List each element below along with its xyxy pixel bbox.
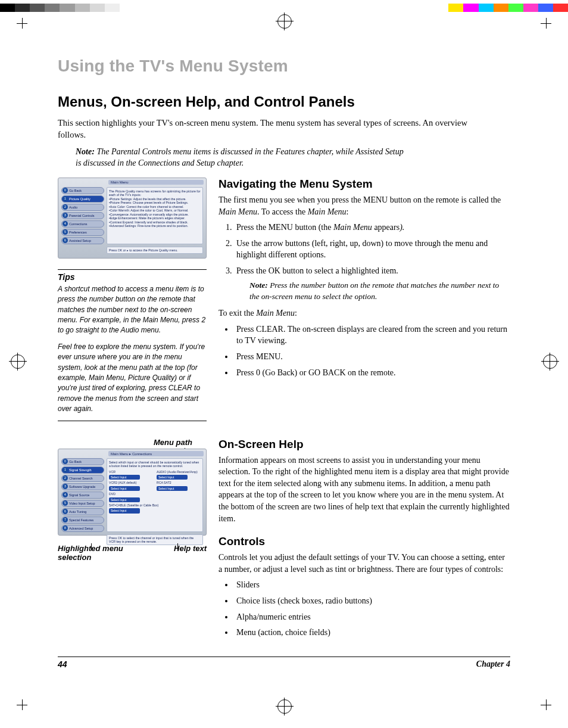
list-item: Alpha/numeric entries xyxy=(234,611,510,623)
menu-breadcrumb: Main Menu xyxy=(108,180,204,185)
registration-mark xyxy=(11,354,25,369)
figure-caption-menu-path: Menu path xyxy=(58,438,207,447)
page-footer: 44 Chapter 4 xyxy=(58,657,510,669)
list-item: Use the arrow buttons (left, right, up, … xyxy=(234,238,510,261)
figure-caption-help-text: Help text xyxy=(153,544,207,562)
bullet-list: Press CLEAR. The on-screen displays are … xyxy=(219,323,510,378)
list-item: Press the MENU button (the Main Menu app… xyxy=(234,222,510,234)
main-menu-screenshot: Main Menu 0Go Back1Picture Quality2Audio… xyxy=(58,178,207,259)
menu-item: 1Picture Quality xyxy=(61,195,104,203)
note-text: The Parental Controls menu items is disc… xyxy=(76,147,404,167)
figure-caption-highlighted: Highlighted menu selection xyxy=(58,544,147,562)
menu-footer-help: Press OK to select the channel or input … xyxy=(107,534,203,545)
chapter-heading: Using the TV's Menu System xyxy=(58,57,510,76)
crop-mark xyxy=(541,18,551,29)
menu-item: 4Connections xyxy=(61,220,104,228)
printer-color-bar xyxy=(0,4,568,12)
menu-item: 3Software Upgrade xyxy=(61,483,104,490)
list-item: Menu (action, choice fields) xyxy=(234,627,510,639)
registration-mark xyxy=(277,14,292,29)
bullet-list: SlidersChoice lists (check boxes, radio … xyxy=(219,579,510,638)
menu-item: 6Assisted Setup xyxy=(61,237,104,244)
section-heading: On-Screen Help xyxy=(219,438,510,451)
note-label: Note: xyxy=(76,147,95,156)
menu-item: 1Signal Strength xyxy=(61,466,104,474)
registration-mark xyxy=(543,354,557,369)
menu-item: 4Signal Source xyxy=(61,491,104,499)
numbered-list: Press the MENU button (the Main Menu app… xyxy=(219,222,510,303)
inline-note: Note: Press the number button on the rem… xyxy=(249,280,510,303)
tip-paragraph: A shortcut method to access a menu item … xyxy=(58,284,207,336)
menu-item: 2Audio xyxy=(61,204,104,211)
page-title: Menus, On-screen Help, and Control Panel… xyxy=(58,94,510,110)
list-item: Sliders xyxy=(234,579,510,591)
callout-line xyxy=(91,543,92,550)
crop-mark xyxy=(541,699,551,710)
page-content: Using the TV's Menu System Menus, On-scr… xyxy=(58,57,510,643)
menu-description-panel: The Picture Quality menu has screens for… xyxy=(107,187,203,244)
tips-heading: Tips xyxy=(58,269,207,282)
intro-paragraph: This section highlights your TV's on-scr… xyxy=(58,117,475,141)
menu-item: 7Special Features xyxy=(61,517,104,524)
menu-item: 6Auto Tuning xyxy=(61,508,104,515)
body-text: Controls let you adjust the default sett… xyxy=(219,552,510,575)
crop-mark xyxy=(17,699,27,710)
menu-item: 2Channel Search xyxy=(61,475,104,482)
list-item: Press the OK button to select a highligh… xyxy=(234,265,510,303)
tips-box: Tips A shortcut method to access a menu … xyxy=(58,269,207,421)
registration-mark xyxy=(277,699,292,714)
tip-paragraph: Feel free to explore the menu system. If… xyxy=(58,342,207,415)
section-heading: Navigating the Menu System xyxy=(219,178,510,191)
menu-item: 5Video Input Setup xyxy=(61,500,104,507)
section-heading: Controls xyxy=(219,535,510,548)
body-text: The first menu you see when you press th… xyxy=(219,194,510,217)
menu-item: 0Go Back xyxy=(61,458,104,465)
body-text: To exit the Main Menu: xyxy=(219,307,510,319)
callout-line xyxy=(177,543,178,550)
list-item: Choice lists (check boxes, radio buttons… xyxy=(234,595,510,607)
divider xyxy=(58,421,207,421)
crop-mark xyxy=(17,18,27,29)
menu-item: 0Go Back xyxy=(61,187,104,194)
menu-item: 3Parental Controls xyxy=(61,212,104,219)
chapter-label: Chapter 4 xyxy=(476,659,510,669)
note-block: Note: The Parental Controls menu items i… xyxy=(76,147,409,169)
list-item: Press 0 (Go Back) or GO BACK on the remo… xyxy=(234,367,510,379)
menu-description-panel: Select which input or channel should be … xyxy=(107,458,203,532)
menu-item: 5Preferences xyxy=(61,229,104,236)
list-item: Press CLEAR. The on-screen displays are … xyxy=(234,323,510,347)
body-text: Information appears on most screens to a… xyxy=(219,455,510,525)
menu-breadcrumb: Main Menu ▸ Connections xyxy=(108,451,204,456)
menu-item: 8Advanced Setup xyxy=(61,525,104,532)
connections-menu-screenshot: Main Menu ▸ Connections 0Go Back1Signal … xyxy=(58,449,207,536)
list-item: Press MENU. xyxy=(234,351,510,363)
page-number: 44 xyxy=(58,659,67,669)
menu-footer-help: Press OK or ▸ to access the Picture Qual… xyxy=(107,247,203,254)
